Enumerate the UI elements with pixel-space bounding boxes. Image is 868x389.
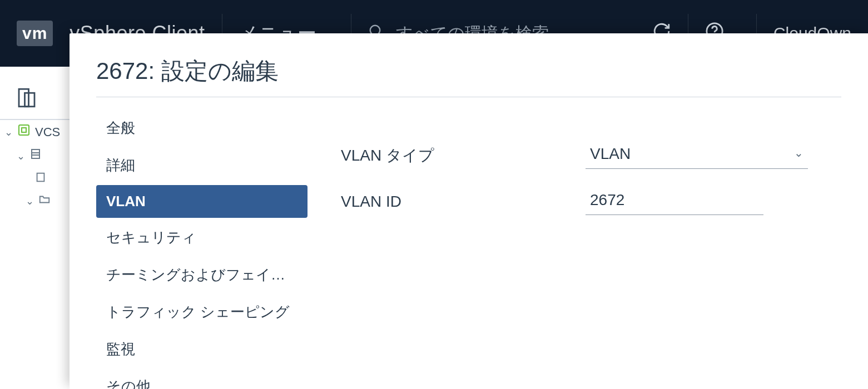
- hosts-clusters-icon: [15, 86, 38, 112]
- chevron-down-icon: ⌄: [4, 126, 13, 138]
- tree-node-child-2[interactable]: ⌄: [0, 190, 72, 212]
- edit-settings-modal: 2672: 設定の編集 全般 詳細 VLAN セキュリティ チーミングおよびフェ…: [70, 33, 868, 389]
- nav-item-monitoring[interactable]: 監視: [96, 332, 307, 367]
- svg-rect-6: [19, 125, 29, 135]
- svg-rect-8: [32, 149, 39, 158]
- nav-item-teaming-failover[interactable]: チーミングおよびフェイルオ...: [96, 257, 307, 292]
- inventory-tree: ⌄ VCS ⌄ ⌄: [0, 120, 72, 212]
- divider: [96, 97, 841, 97]
- svg-rect-11: [37, 173, 44, 182]
- vlan-type-label: VLAN タイプ: [341, 145, 586, 166]
- vcenter-icon: [17, 123, 31, 141]
- tree-node-vcs[interactable]: ⌄ VCS: [0, 120, 72, 144]
- nav-item-general[interactable]: 全般: [96, 111, 307, 146]
- nav-item-security[interactable]: セキュリティ: [96, 220, 307, 255]
- svg-rect-7: [22, 128, 26, 132]
- nav-item-traffic-shaping[interactable]: トラフィック シェーピング: [96, 295, 307, 330]
- vlan-settings-form: VLAN タイプ VLAN ⌄ VLAN ID: [341, 111, 841, 389]
- chevron-down-icon: ⌄: [26, 195, 34, 207]
- chevron-down-icon: ⌄: [17, 150, 25, 162]
- vlan-id-input[interactable]: [586, 188, 763, 215]
- modal-title: 2672: 設定の編集: [96, 56, 841, 97]
- nav-item-advanced[interactable]: 詳細: [96, 148, 307, 183]
- tree-node-label: VCS: [35, 125, 60, 139]
- nav-item-misc[interactable]: その他: [96, 369, 307, 389]
- folder-icon: [38, 193, 51, 209]
- tree-node-child-1[interactable]: [0, 168, 72, 190]
- vm-logo: vm: [17, 21, 53, 46]
- datacenter-icon: [29, 147, 43, 164]
- modal-side-nav: 全般 詳細 VLAN セキュリティ チーミングおよびフェイルオ... トラフィッ…: [96, 111, 307, 389]
- host-icon: [34, 171, 47, 187]
- svg-rect-4: [19, 89, 29, 107]
- hosts-clusters-tab[interactable]: [11, 83, 42, 114]
- vlan-type-select[interactable]: VLAN ⌄: [586, 142, 808, 169]
- svg-rect-5: [25, 93, 35, 107]
- vlan-id-label: VLAN ID: [341, 193, 586, 211]
- tree-node-datacenter[interactable]: ⌄: [0, 144, 72, 168]
- vlan-type-value: VLAN: [586, 142, 808, 169]
- nav-item-vlan[interactable]: VLAN: [96, 185, 307, 218]
